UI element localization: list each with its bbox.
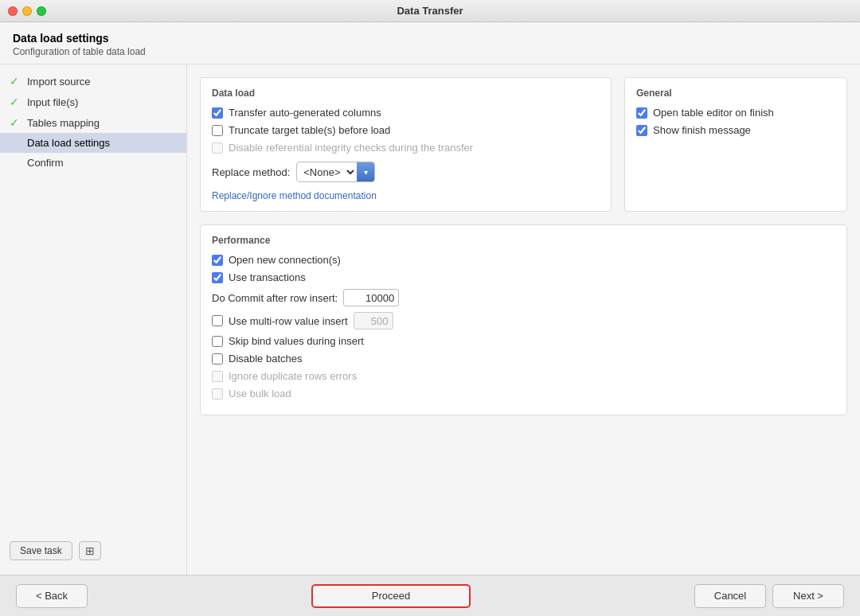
data-load-section-title: Data load xyxy=(212,88,600,99)
maximize-button[interactable] xyxy=(37,6,46,16)
checkmark-icon: ✓ xyxy=(10,116,22,129)
task-icon-button[interactable]: ⊞ xyxy=(79,541,101,560)
skip-bind-label: Skip bind values during insert xyxy=(229,335,364,347)
top-sections-row: Data load Transfer auto-generated column… xyxy=(200,77,847,212)
use-transactions-row: Use transactions xyxy=(212,271,835,283)
use-bulk-checkbox xyxy=(212,388,223,400)
multi-row-label: Use multi-row value insert xyxy=(229,315,348,327)
sidebar-nav: ✓ Import source ✓ Input file(s) ✓ Tables… xyxy=(0,71,186,533)
open-new-connections-row: Open new connection(s) xyxy=(212,254,835,266)
disable-batches-checkbox[interactable] xyxy=(212,353,223,365)
main-window: Data load settings Configuration of tabl… xyxy=(0,22,860,616)
performance-section-title: Performance xyxy=(212,235,835,246)
commit-label: Do Commit after row insert: xyxy=(212,292,338,304)
sidebar-item-data-load-settings[interactable]: Data load settings xyxy=(0,133,186,153)
bottom-bar: < Back Proceed Cancel Next > xyxy=(0,575,860,616)
multi-row-checkbox[interactable] xyxy=(212,315,223,326)
titlebar: Data Transfer xyxy=(0,0,860,22)
transfer-auto-generated-checkbox[interactable] xyxy=(212,107,223,119)
disable-referential-row: Disable referential integrity checks dur… xyxy=(212,142,600,154)
main-content: Data load Transfer auto-generated column… xyxy=(187,64,860,575)
grid-icon: ⊞ xyxy=(85,544,95,557)
show-finish-message-checkbox[interactable] xyxy=(636,125,647,136)
sidebar-item-tables-mapping[interactable]: ✓ Tables mapping xyxy=(0,112,186,133)
save-task-button[interactable]: Save task xyxy=(10,541,72,560)
checkmark-icon: ✓ xyxy=(10,96,22,108)
use-transactions-label: Use transactions xyxy=(229,271,306,283)
performance-section: Performance Open new connection(s) Use t… xyxy=(200,224,847,415)
truncate-target-checkbox[interactable] xyxy=(212,125,223,136)
replace-method-label: Replace method: xyxy=(212,166,290,178)
replace-method-row: Replace method: <None> ▾ xyxy=(212,162,600,182)
data-load-section: Data load Transfer auto-generated column… xyxy=(200,77,612,212)
open-new-connections-label: Open new connection(s) xyxy=(229,254,341,266)
window-header: Data load settings Configuration of tabl… xyxy=(0,22,860,64)
open-new-connections-checkbox[interactable] xyxy=(212,255,223,266)
ignore-duplicate-label: Ignore duplicate rows errors xyxy=(229,370,357,382)
ignore-duplicate-checkbox xyxy=(212,371,223,382)
use-bulk-row: Use bulk load xyxy=(212,388,835,400)
cancel-button[interactable]: Cancel xyxy=(694,584,766,608)
ignore-duplicate-row: Ignore duplicate rows errors xyxy=(212,370,835,382)
commit-input[interactable] xyxy=(343,289,399,306)
sidebar-item-confirm[interactable]: Confirm xyxy=(0,153,186,173)
checkmark-icon: ✓ xyxy=(10,75,22,88)
next-button[interactable]: Next > xyxy=(772,584,844,608)
truncate-target-label: Truncate target table(s) before load xyxy=(229,124,390,136)
page-title: Data load settings xyxy=(13,32,847,45)
sidebar-footer: Save task ⊞ xyxy=(0,533,186,568)
close-button[interactable] xyxy=(8,6,18,16)
transfer-auto-generated-row: Transfer auto-generated columns xyxy=(212,107,600,119)
disable-batches-row: Disable batches xyxy=(212,353,835,365)
disable-batches-label: Disable batches xyxy=(229,353,303,365)
truncate-target-row: Truncate target table(s) before load xyxy=(212,124,600,136)
show-finish-message-label: Show finish message xyxy=(653,124,751,136)
skip-bind-row: Skip bind values during insert xyxy=(212,335,835,347)
sidebar-item-label: Confirm xyxy=(27,157,64,169)
proceed-button[interactable]: Proceed xyxy=(311,584,471,608)
disable-referential-label: Disable referential integrity checks dur… xyxy=(229,142,473,154)
commit-row: Do Commit after row insert: xyxy=(212,289,835,306)
use-bulk-label: Use bulk load xyxy=(229,388,291,400)
open-table-editor-row: Open table editor on finish xyxy=(636,107,835,119)
use-transactions-checkbox[interactable] xyxy=(212,272,223,283)
page-subtitle: Configuration of table data load xyxy=(13,46,847,57)
window-title: Data Transfer xyxy=(397,5,463,17)
show-finish-message-row: Show finish message xyxy=(636,124,835,136)
general-section-title: General xyxy=(636,88,835,99)
doc-link[interactable]: Replace/Ignore method documentation xyxy=(212,190,377,201)
traffic-lights xyxy=(8,6,46,16)
back-button[interactable]: < Back xyxy=(16,584,88,608)
skip-bind-checkbox[interactable] xyxy=(212,336,223,347)
multi-row-row: Use multi-row value insert xyxy=(212,312,835,329)
sidebar-item-label: Data load settings xyxy=(27,137,110,149)
sidebar: ✓ Import source ✓ Input file(s) ✓ Tables… xyxy=(0,64,187,575)
open-table-editor-checkbox[interactable] xyxy=(636,107,647,119)
disable-referential-checkbox xyxy=(212,142,223,154)
window-body: ✓ Import source ✓ Input file(s) ✓ Tables… xyxy=(0,64,860,575)
general-section: General Open table editor on finish Show… xyxy=(624,77,847,212)
multi-row-input[interactable] xyxy=(354,312,393,329)
replace-method-select[interactable]: <None> xyxy=(297,162,357,181)
sidebar-item-input-files[interactable]: ✓ Input file(s) xyxy=(0,92,186,112)
replace-method-dropdown-button[interactable]: ▾ xyxy=(357,162,374,181)
sidebar-item-label: Tables mapping xyxy=(27,117,100,129)
transfer-auto-generated-label: Transfer auto-generated columns xyxy=(229,107,381,119)
replace-method-select-wrapper: <None> ▾ xyxy=(296,162,375,182)
sidebar-item-label: Import source xyxy=(27,76,90,88)
minimize-button[interactable] xyxy=(22,6,32,16)
sidebar-item-import-source[interactable]: ✓ Import source xyxy=(0,71,186,92)
sidebar-item-label: Input file(s) xyxy=(27,96,78,108)
open-table-editor-label: Open table editor on finish xyxy=(653,107,774,119)
